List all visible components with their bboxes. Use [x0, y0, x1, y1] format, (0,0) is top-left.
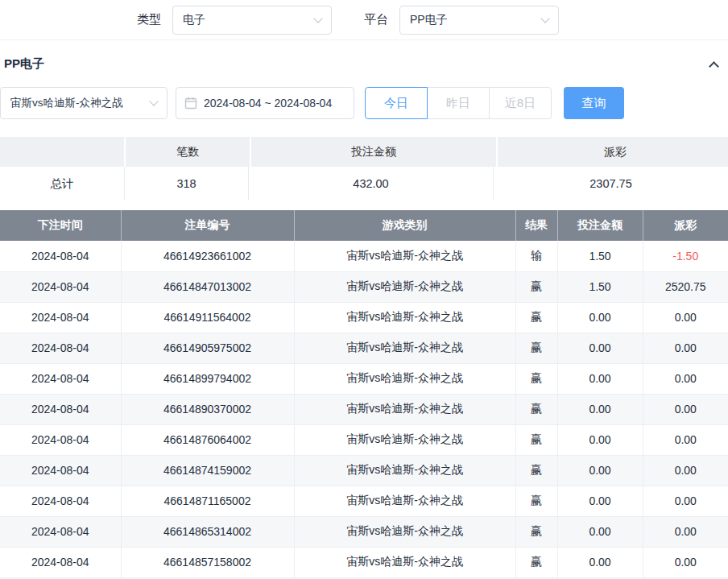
type-select-value: 电子: [183, 13, 205, 27]
order-id-cell: 46614905975002: [121, 333, 294, 363]
table-row: 2024-08-04 46614857158002 宙斯vs哈迪斯-众神之战 赢…: [0, 547, 728, 577]
calendar-icon: [184, 97, 197, 110]
bet-time-cell: 2024-08-04: [0, 302, 121, 333]
bet-amount-cell: 0.00: [557, 302, 643, 333]
bet-amount-cell: 0.00: [557, 516, 643, 547]
bet-amount-cell: 0.00: [557, 333, 643, 363]
bet-amount-cell: 0.00: [557, 424, 643, 455]
game-category-cell: 宙斯vs哈迪斯-众神之战: [294, 547, 515, 577]
bet-amount-cell: 0.00: [557, 547, 643, 577]
bet-amount-cell: 1.50: [557, 271, 643, 302]
bet-time-cell: 2024-08-04: [0, 271, 121, 302]
table-row: 2024-08-04 46614847013002 宙斯vs哈迪斯-众神之战 赢…: [0, 271, 728, 302]
game-category-cell: 宙斯vs哈迪斯-众神之战: [294, 486, 515, 516]
bet-amount-cell: 0.00: [557, 363, 643, 394]
result-cell: 赢: [515, 455, 557, 486]
bet-time-cell: 2024-08-04: [0, 241, 121, 271]
chevron-down-icon: [540, 14, 549, 23]
game-category-cell: 宙斯vs哈迪斯-众神之战: [294, 241, 515, 271]
result-cell: 赢: [515, 363, 557, 394]
section-header: PP电子: [4, 50, 724, 77]
summary-header-row: 笔数 投注金额 派彩: [0, 137, 728, 167]
game-category-cell: 宙斯vs哈迪斯-众神之战: [294, 424, 515, 455]
result-cell: 赢: [515, 333, 557, 363]
result-cell: 赢: [515, 302, 557, 333]
filter-row: 宙斯vs哈迪斯-众神之战 2024-08-04 ~ 2024-08-04 今日 …: [0, 87, 728, 119]
bet-time-cell: 2024-08-04: [0, 516, 121, 547]
order-id-cell: 46614871165002: [121, 486, 294, 516]
payout-cell: 0.00: [643, 486, 728, 516]
result-cell: 输: [515, 241, 557, 271]
game-category-cell: 宙斯vs哈迪斯-众神之战: [294, 516, 515, 547]
payout-cell: -1.50: [643, 241, 728, 271]
payout-cell: 0.00: [643, 424, 728, 455]
bet-time-cell: 2024-08-04: [0, 394, 121, 424]
date-range-input[interactable]: 2024-08-04 ~ 2024-08-04: [176, 87, 354, 119]
col-header-payout: 派彩: [643, 210, 728, 241]
today-button[interactable]: 今日: [365, 87, 428, 119]
table-row: 2024-08-04 46614905975002 宙斯vs哈迪斯-众神之战 赢…: [0, 333, 728, 363]
col-header-bet-amount: 投注金额: [557, 210, 643, 241]
game-category-cell: 宙斯vs哈迪斯-众神之战: [294, 455, 515, 486]
last-8-days-button[interactable]: 近8日: [489, 87, 552, 119]
table-row: 2024-08-04 46614874159002 宙斯vs哈迪斯-众神之战 赢…: [0, 455, 728, 486]
payout-cell: 0.00: [643, 363, 728, 394]
bet-amount-cell: 0.00: [557, 486, 643, 516]
summary-total-row: 总计 318 432.00 2307.75: [0, 167, 728, 201]
chevron-up-icon[interactable]: [709, 61, 719, 72]
type-select[interactable]: 电子: [172, 6, 332, 35]
bet-time-cell: 2024-08-04: [0, 333, 121, 363]
result-cell: 赢: [515, 547, 557, 577]
result-cell: 赢: [515, 271, 557, 302]
payout-cell: 0.00: [643, 394, 728, 424]
col-header-game-category: 游戏类别: [294, 210, 515, 241]
result-cell: 赢: [515, 516, 557, 547]
table-row: 2024-08-04 46614871165002 宙斯vs哈迪斯-众神之战 赢…: [0, 486, 728, 516]
page-title: PP电子: [4, 56, 44, 72]
table-row: 2024-08-04 46614923661002 宙斯vs哈迪斯-众神之战 输…: [0, 241, 728, 271]
table-row: 2024-08-04 46614876064002 宙斯vs哈迪斯-众神之战 赢…: [0, 424, 728, 455]
bet-time-cell: 2024-08-04: [0, 424, 121, 455]
payout-cell: 2520.75: [643, 271, 728, 302]
game-category-cell: 宙斯vs哈迪斯-众神之战: [294, 271, 515, 302]
table-row: 2024-08-04 46614911564002 宙斯vs哈迪斯-众神之战 赢…: [0, 302, 728, 333]
col-header-order-id: 注单编号: [121, 210, 294, 241]
bet-amount-cell: 0.00: [557, 394, 643, 424]
bet-time-cell: 2024-08-04: [0, 455, 121, 486]
platform-select[interactable]: PP电子: [399, 6, 559, 35]
summary-total-bet-amount: 432.00: [248, 167, 493, 201]
game-category-cell: 宙斯vs哈迪斯-众神之战: [294, 394, 515, 424]
table-row: 2024-08-04 46614899794002 宙斯vs哈迪斯-众神之战 赢…: [0, 363, 728, 394]
order-id-cell: 46614876064002: [121, 424, 294, 455]
summary-total-payout: 2307.75: [493, 167, 728, 201]
table-row: 2024-08-04 46614865314002 宙斯vs哈迪斯-众神之战 赢…: [0, 516, 728, 547]
chevron-down-icon: [149, 97, 158, 105]
result-cell: 赢: [515, 486, 557, 516]
summary-col-payout: 派彩: [498, 137, 728, 167]
summary-col-count: 笔数: [126, 137, 250, 167]
platform-label: 平台: [364, 12, 388, 27]
game-select[interactable]: 宙斯vs哈迪斯-众神之战: [0, 87, 168, 119]
game-category-cell: 宙斯vs哈迪斯-众神之战: [294, 333, 515, 363]
order-id-cell: 46614890370002: [121, 394, 294, 424]
yesterday-button[interactable]: 昨日: [427, 87, 490, 119]
type-label: 类型: [137, 12, 161, 27]
summary-total-count: 318: [124, 167, 248, 201]
order-id-cell: 46614865314002: [121, 516, 294, 547]
bet-table: 下注时间 注单编号 游戏类别 结果 投注金额 派彩 2024-08-04 466…: [0, 210, 728, 578]
table-row: 2024-08-04 46614890370002 宙斯vs哈迪斯-众神之战 赢…: [0, 394, 728, 424]
order-id-cell: 46614847013002: [121, 271, 294, 302]
chevron-down-icon: [313, 14, 322, 23]
bet-amount-cell: 0.00: [557, 455, 643, 486]
result-cell: 赢: [515, 424, 557, 455]
bet-table-body: 2024-08-04 46614923661002 宙斯vs哈迪斯-众神之战 输…: [0, 241, 728, 577]
summary-col-bet-amount: 投注金额: [251, 137, 496, 167]
search-button[interactable]: 查询: [564, 87, 624, 119]
bet-time-cell: 2024-08-04: [0, 363, 121, 394]
game-select-value: 宙斯vs哈迪斯-众神之战: [10, 96, 123, 110]
bet-time-cell: 2024-08-04: [0, 486, 121, 516]
payout-cell: 0.00: [643, 302, 728, 333]
order-id-cell: 46614899794002: [121, 363, 294, 394]
order-id-cell: 46614911564002: [121, 302, 294, 333]
order-id-cell: 46614874159002: [121, 455, 294, 486]
